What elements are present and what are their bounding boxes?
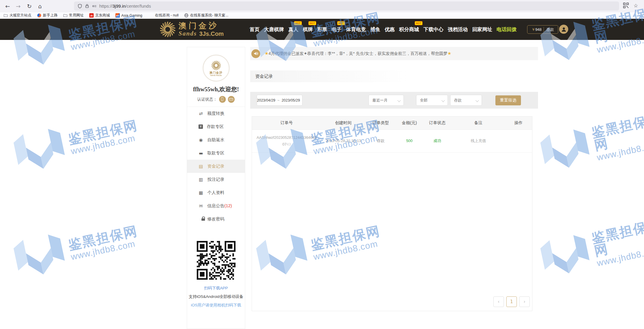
currency-symbol: ￥ — [532, 27, 535, 32]
avatar-logo-en: Sands Macao — [210, 75, 222, 77]
cell-remark: 线上充值 — [452, 138, 505, 144]
sunburst-logo-icon — [211, 60, 222, 71]
menu-item-quota-transfer[interactable]: ⇄额度转换 — [187, 107, 245, 120]
menu-item-deposit-zone[interactable]: ¥存款专区 — [187, 120, 245, 133]
date-range-input[interactable]: 2023/04/29 ~ 2023/05/29 — [257, 95, 302, 106]
browser-toolbar: ← → ↻ ⌂ https://3j99.in/center/funds ☆ — [0, 0, 644, 13]
nav-item-sports-esports[interactable]: 体育电竞 — [346, 26, 366, 33]
nav-item-home-url[interactable]: 回家网址 — [472, 26, 492, 33]
person-icon — [561, 27, 566, 32]
chevron-down-icon — [397, 99, 401, 102]
nav-item-points-mall[interactable]: 积分商城HOT — [399, 26, 419, 33]
balance-box[interactable]: ￥948 存款 — [527, 25, 558, 34]
watermark-url: www.jhdb8.com — [596, 139, 644, 162]
table-row: AAShhwzf202305282124433646490743 2023-05… — [252, 130, 532, 153]
nav-item-home[interactable]: 首页 — [250, 26, 260, 33]
bookmark-common-sites[interactable]: 常用网址 — [63, 13, 84, 18]
menu-item-messages[interactable]: ✉信息公告(12) — [187, 199, 245, 212]
forward-icon[interactable]: → — [14, 0, 23, 12]
watermark-logo — [536, 124, 595, 176]
date-from: 2023/04/29 — [257, 98, 275, 102]
watermark-url: www.jhdb8.com — [70, 132, 141, 156]
date-to: 2023/05/29 — [282, 98, 300, 102]
cell-type: 存款 — [365, 138, 396, 144]
watermark-title: 鉴黑担保网 — [67, 118, 139, 146]
qr-code — [197, 241, 236, 280]
cell-status: 成功 — [423, 138, 452, 144]
unread-count-badge: (12) — [224, 203, 232, 208]
bookmark-firefox-official[interactable]: 火狐官方站点 — [4, 13, 31, 18]
nav-item-slots[interactable]: 电子HOT — [332, 26, 342, 33]
deposit-icon: ¥ — [199, 124, 203, 129]
sunburst-logo-icon — [159, 21, 176, 38]
menu-item-bet-record[interactable]: ▥投注记录 — [187, 173, 245, 186]
nav-item-chess[interactable]: 棋牌HOT — [303, 26, 313, 33]
category-select[interactable]: 全部 — [416, 95, 448, 106]
back-icon[interactable]: ← — [3, 0, 12, 12]
site-logo[interactable]: 澳门金沙 Sands 3Js.Com — [159, 21, 224, 38]
menu-item-change-password[interactable]: 修改密码 — [187, 212, 245, 226]
welcome-text: ffhw55wh,欢迎您! — [187, 85, 245, 93]
bookmark-asia-gaming[interactable]: AG Asia Gaming — [115, 13, 142, 18]
nav-item-lottery[interactable]: 彩票 — [317, 26, 327, 33]
profile-icon: ▦ — [198, 190, 204, 195]
menu-item-funds-record[interactable]: ▤资金记录 — [187, 160, 245, 173]
bookmark-star-icon[interactable]: ☆ — [632, 3, 640, 10]
rebate-icon: ◉ — [198, 137, 204, 143]
menu-item-withdraw-zone[interactable]: ▬取款专区 — [187, 146, 245, 160]
nav-item-datang-chess[interactable]: 大唐棋牌 — [264, 26, 284, 33]
deposit-link[interactable]: 存款 — [544, 27, 554, 32]
speaker-icon[interactable] — [251, 49, 260, 58]
nav-item-phone-callback[interactable]: 电话回拨 — [497, 26, 517, 33]
watermark-title: 鉴黑担保网 — [67, 224, 139, 252]
qr-ios-hint-link[interactable]: iOS用户请使用相机扫码下载 — [187, 303, 245, 308]
funds-table: 订单号 创建时间 订单类型 金额(元) 订单状态 备注 操作 AAShhwzf2… — [252, 116, 532, 311]
announcement-bar: ★4月代理佣金已派发✦恭喜代理：李**，章*，吴* 先生/女士，获实发佣金前三，… — [250, 47, 538, 60]
menu-item-self-rebate[interactable]: ◉自助返水 — [187, 133, 245, 146]
nav-item-live[interactable]: 真人HOT — [288, 26, 298, 33]
user-avatar-button[interactable] — [559, 25, 568, 34]
nav-item-download-center[interactable]: 下载中心 — [423, 26, 443, 33]
lock-icon — [85, 4, 89, 8]
col-status: 订单状态 — [423, 120, 452, 126]
cell-amount: 500 — [396, 138, 423, 144]
qr-scan-icon[interactable] — [622, 3, 630, 10]
logo-script-text: Sands — [179, 31, 197, 37]
permissions-icon[interactable] — [92, 4, 97, 8]
ag-icon: AG — [115, 13, 120, 18]
watermark-url: www.jhdb8.com — [70, 238, 141, 261]
nav-item-fishing[interactable]: 捕鱼 — [370, 26, 380, 33]
main-nav: 首页 大唐棋牌 真人HOT 棋牌HOT 彩票 电子HOT 体育电竞 捕鱼 优惠 … — [250, 19, 517, 40]
bookmark-getting-started[interactable]: 新手上路 — [37, 13, 58, 18]
announcement-text: ★4月代理佣金已派发✦恭喜代理：李**，章*，吴* 先生/女士，获实发佣金前三，… — [265, 51, 451, 56]
firefox-icon — [37, 13, 41, 18]
avatar-logo-cn: 澳门金沙 — [210, 71, 223, 74]
home-icon[interactable]: ⌂ — [35, 0, 45, 12]
url-bar[interactable]: https://3j99.in/center/funds — [74, 1, 619, 11]
type-select[interactable]: 存款 — [450, 95, 482, 106]
reload-icon[interactable]: ↻ — [25, 0, 34, 12]
cell-order-no: AAShhwzf202305282124433646490743 — [252, 134, 321, 147]
bankcard-verified-icon — [228, 96, 235, 103]
withdraw-card-icon: ▬ — [198, 151, 204, 156]
nav-item-events[interactable]: 强档活动 — [448, 26, 468, 33]
bookmark-jd-mall[interactable]: JD 京东商城 — [89, 13, 110, 18]
menu-item-profile[interactable]: ▦个人资料 — [187, 186, 245, 199]
prev-page-button[interactable]: ‹ — [493, 296, 504, 307]
period-select[interactable]: 最近一月 — [369, 95, 404, 106]
next-page-button[interactable]: › — [519, 296, 530, 307]
watermark-logo — [9, 124, 70, 177]
chevron-down-icon — [475, 99, 479, 102]
auth-status-row: 认证状态： — [187, 96, 245, 103]
hot-badge: HOT — [337, 21, 345, 25]
qr-download-link[interactable]: 扫码下载APP — [187, 286, 245, 291]
page-1-button[interactable]: 1 — [506, 296, 517, 307]
watermark: 鉴黑担保网 www.jhdb8.com — [536, 215, 644, 282]
page-title: 资金记录 — [250, 70, 538, 82]
bookmark-cs-system[interactable]: 在线客服系统- 聊天窗... — [184, 13, 228, 18]
watermark-url: www.jhdb8.com — [596, 245, 644, 268]
bookmark-online-consult[interactable]: 在线咨询 - null — [155, 13, 179, 18]
user-avatar: 澳门金沙 Sands Macao — [203, 55, 230, 82]
nav-item-promotions[interactable]: 优惠 — [385, 26, 395, 33]
reset-filter-button[interactable]: 重置筛选 — [495, 95, 521, 105]
